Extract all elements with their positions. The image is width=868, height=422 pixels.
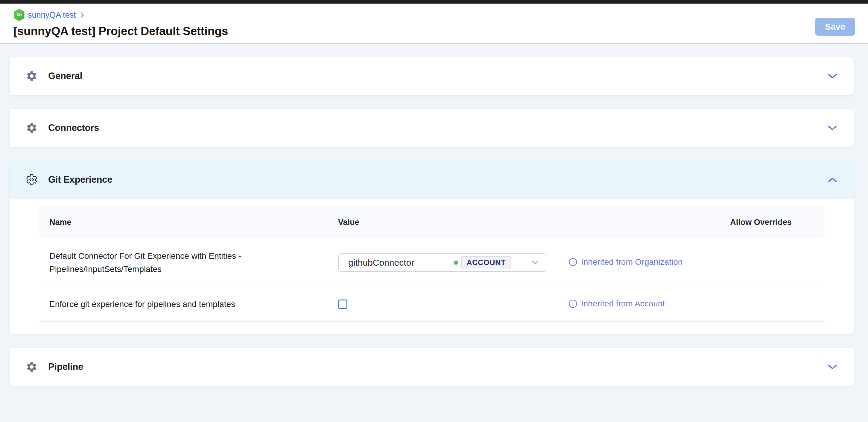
section-label-pipeline: Pipeline: [48, 362, 83, 372]
chevron-up-icon[interactable]: [826, 175, 839, 185]
info-icon: i: [568, 299, 578, 308]
breadcrumb-chevron-icon: [80, 12, 84, 18]
project-hexagon-icon: ∞: [13, 9, 25, 21]
gear-icon: [25, 70, 38, 82]
gear-code-icon: [25, 173, 38, 186]
save-button[interactable]: Save: [815, 18, 855, 36]
section-card-connectors: Connectors: [10, 109, 854, 147]
chevron-down-icon[interactable]: [826, 123, 839, 133]
section-card-git-experience: Git Experience Name Value Allow Override…: [10, 161, 854, 334]
inherited-label: Inherited from Organization: [581, 257, 682, 267]
scope-badge: ACCOUNT: [461, 256, 511, 269]
column-header-value: Value: [338, 218, 568, 227]
connector-select-value: githubConnector: [348, 258, 454, 268]
inherited-from-organization-link[interactable]: i Inherited from Organization: [568, 257, 682, 267]
section-label-general: General: [48, 71, 82, 81]
breadcrumb: ∞ sunnyQA test: [13, 8, 855, 22]
section-label-git-experience: Git Experience: [48, 174, 112, 185]
table-row: Default Connector For Git Experience wit…: [39, 238, 825, 287]
git-experience-settings-table: Name Value Allow Overrides Default Conne…: [10, 199, 854, 334]
column-header-name: Name: [39, 218, 338, 227]
section-card-general: General: [10, 57, 854, 95]
gear-icon: [25, 361, 38, 373]
section-card-pipeline: Pipeline: [10, 348, 854, 386]
svg-text:i: i: [572, 260, 574, 265]
column-header-allow-overrides: Allow Overrides: [697, 218, 825, 227]
enforce-git-experience-checkbox[interactable]: [338, 300, 347, 309]
svg-text:i: i: [572, 301, 574, 307]
section-header-pipeline[interactable]: Pipeline: [10, 348, 854, 386]
connectivity-status-dot: [454, 260, 458, 265]
section-header-general[interactable]: General: [10, 57, 854, 95]
select-chevron-down-icon: [511, 260, 538, 264]
page-header: ∞ sunnyQA test [sunnyQA test] Project De…: [0, 4, 868, 44]
window-top-bar: [0, 0, 868, 4]
setting-name: Default Connector For Git Experience wit…: [50, 250, 338, 276]
page-title: [sunnyQA test] Project Default Settings: [13, 25, 855, 38]
gear-icon: [25, 121, 38, 134]
inherited-label: Inherited from Account: [581, 299, 665, 308]
info-icon: i: [568, 258, 578, 266]
infinity-icon: ∞: [17, 10, 22, 18]
section-header-connectors[interactable]: Connectors: [10, 109, 854, 147]
connector-select[interactable]: githubConnector ACCOUNT: [338, 253, 546, 272]
breadcrumb-project-link[interactable]: sunnyQA test: [28, 10, 76, 20]
inherited-from-account-link[interactable]: i Inherited from Account: [568, 299, 665, 308]
chevron-down-icon[interactable]: [826, 71, 839, 81]
table-row: Enforce git experience for pipelines and…: [39, 287, 825, 322]
section-label-connectors: Connectors: [48, 122, 99, 133]
chevron-down-icon[interactable]: [826, 362, 839, 372]
setting-name: Enforce git experience for pipelines and…: [50, 298, 338, 311]
section-header-git-experience[interactable]: Git Experience: [10, 161, 854, 199]
table-header-row: Name Value Allow Overrides: [39, 206, 825, 238]
settings-content: General Connectors Git Experience: [0, 44, 868, 386]
